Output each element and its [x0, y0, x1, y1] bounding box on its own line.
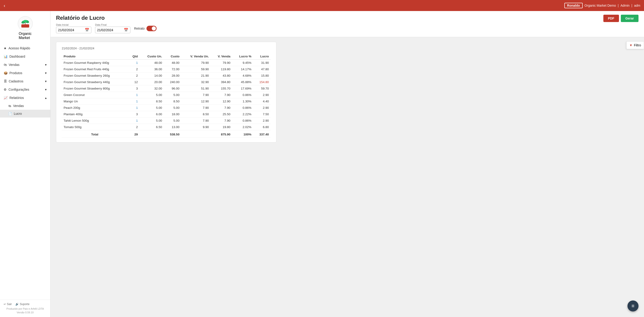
sidebar-item-configuracoes[interactable]: ⚙ Configurações ▾	[0, 86, 50, 94]
sidebar: OrganicMarket ★ Acesso Rápido 📊 Dashboar…	[0, 11, 50, 317]
logo-text: OrganicMarket	[18, 32, 32, 40]
cell-produto: Frozen Gourmet Strawberry 800g	[62, 86, 128, 92]
start-date-filter: Data Inicial 📅	[56, 24, 92, 33]
cell-v-venda-un: 7.90	[182, 118, 211, 124]
cell-v-venda: 7.90	[210, 105, 232, 111]
cell-custo: 18.00	[164, 111, 182, 118]
user-box[interactable]: Ronaldo	[564, 3, 583, 8]
sidebar-item-label: Cadastros	[9, 80, 24, 83]
menu-icon: ≡	[632, 303, 634, 309]
sidebar-sub-item-lucro[interactable]: 📄 Lucro	[0, 110, 50, 118]
cell-custo-un: 36.00	[140, 66, 164, 72]
report-card: 21/02/2024 - 21/02/2024 Produto Qtd Cust…	[56, 42, 276, 142]
suporte-button[interactable]: 🔊 Suporte	[16, 302, 30, 306]
cell-produto: Peach 200g	[62, 105, 128, 111]
chevron-down-icon: ▾	[45, 88, 46, 91]
sidebar-item-label: Dashboard	[10, 55, 25, 58]
cell-lucro-p: 0.86%	[232, 92, 253, 98]
table-row: Mango Un 1 8.50 8.50 12.90 12.90 1.30% 4…	[62, 98, 271, 105]
cell-custo-un: 8.50	[140, 98, 164, 105]
cell-v-venda: 12.90	[210, 98, 232, 105]
cell-produto: Frozen Gourmet Raspberry 440g	[62, 60, 128, 66]
cell-custo: 13.00	[164, 124, 182, 130]
filter-fab-button[interactable]: ▼ Filtro	[626, 41, 644, 49]
sidebar-item-label: Vendas	[9, 63, 20, 66]
cell-v-venda: 25.50	[210, 111, 232, 118]
cell-lucro: 2.90	[253, 92, 271, 98]
cell-v-venda: 7.90	[210, 92, 232, 98]
total-lucro-p: 100%	[232, 130, 253, 138]
col-custo-un: Custo Un.	[140, 53, 164, 60]
separator2: |	[631, 4, 632, 7]
bag-icon: 🛍	[4, 63, 7, 66]
username-label: adm	[634, 4, 640, 7]
cell-lucro: 4.40	[253, 98, 271, 105]
bottom-fab-button[interactable]: ≡	[628, 300, 638, 312]
footer-links: ↩ Sair 🔊 Suporte	[4, 302, 46, 306]
sidebar-item-acesso-rapido[interactable]: ★ Acesso Rápido	[0, 44, 50, 52]
chevron-up-icon: ▴	[45, 96, 46, 100]
cell-v-venda-un: 7.90	[182, 92, 211, 98]
cell-lucro: 31.90	[253, 60, 271, 66]
cell-produto: Tahiti Lemon 500g	[62, 118, 128, 124]
start-date-input[interactable]	[58, 28, 83, 32]
sidebar-item-produtos[interactable]: 📦 Produtos ▾	[0, 69, 50, 77]
sidebar-item-dashboard[interactable]: 📊 Dashboard	[0, 52, 50, 60]
calendar-icon-end[interactable]: 📅	[124, 28, 128, 32]
sidebar-item-vendas[interactable]: 🛍 Vendas ▾	[0, 60, 50, 69]
page-header: Relatório de Lucro Data Inicial 📅 Data F…	[50, 11, 644, 37]
cell-v-venda-un: 21.90	[182, 72, 211, 79]
retrato-label: Retrato	[134, 27, 145, 30]
sidebar-sub-item-vendas[interactable]: 🛍 Vendas	[0, 102, 50, 110]
cell-produto: Green Coconut	[62, 92, 128, 98]
table-row: Frozen Gourmet Strawberry 800g 3 32.00 9…	[62, 86, 271, 92]
sidebar-footer: ↩ Sair 🔊 Suporte Produzido por Paio e Ar…	[0, 300, 50, 317]
total-custo: 538.50	[164, 130, 182, 138]
retrato-toggle-group: Retrato	[134, 26, 156, 31]
cell-lucro: 47.80	[253, 66, 271, 72]
sidebar-toggle-button[interactable]: ‹	[4, 3, 5, 8]
sidebar-logo: OrganicMarket	[0, 11, 50, 42]
cell-produto: Tomato 500g	[62, 124, 128, 130]
cell-lucro-p: 0.86%	[232, 105, 253, 111]
cell-produto: Plantain 400g	[62, 111, 128, 118]
filter-icon: ▼	[629, 44, 632, 47]
cell-custo: 240.00	[164, 79, 182, 86]
chevron-down-icon: ▾	[45, 80, 46, 83]
retrato-toggle[interactable]	[146, 26, 156, 31]
gerar-button[interactable]: Gerar	[621, 15, 638, 22]
end-date-input[interactable]	[97, 28, 122, 32]
cell-v-venda: 394.80	[210, 79, 232, 86]
sidebar-item-relatorios[interactable]: 📈 Relatórios ▴	[0, 94, 50, 102]
cell-qtd: 2	[128, 124, 140, 130]
col-v-venda: V. Venda	[210, 53, 232, 60]
cell-produto: Frozen Gourmet Red Fruits 440g	[62, 66, 128, 72]
top-bar: ‹ Ronaldo Organic Market Demo | Admin | …	[0, 0, 644, 11]
sidebar-item-label: Relatórios	[10, 96, 24, 100]
cell-qtd: 1	[128, 92, 140, 98]
cell-lucro: 7.50	[253, 111, 271, 118]
svg-point-4	[24, 20, 27, 22]
cell-v-venda-un: 32.90	[182, 79, 211, 86]
cell-custo: 5.00	[164, 105, 182, 111]
cell-v-venda: 19.80	[210, 124, 232, 130]
cell-lucro-p: 45.88%	[232, 79, 253, 86]
end-date-input-wrap: 📅	[95, 27, 130, 33]
table-row: Tomato 500g 2 6.50 13.00 9.90 19.80 2.02…	[62, 124, 271, 130]
pdf-button[interactable]: PDF	[603, 15, 619, 22]
box-icon: 📦	[4, 71, 8, 75]
table-row: Frozen Gourmet Strawberry 260g 2 14.00 2…	[62, 72, 271, 79]
cell-lucro: 154.80	[253, 79, 271, 86]
sidebar-sub-label: Vendas	[13, 104, 24, 108]
cell-custo: 5.00	[164, 92, 182, 98]
sair-button[interactable]: ↩ Sair	[4, 302, 12, 306]
separator1: |	[618, 4, 619, 7]
calendar-icon-start[interactable]: 📅	[85, 28, 89, 32]
total-custo-un-empty	[140, 130, 164, 138]
col-lucro-p: Lucro %	[232, 53, 253, 60]
total-label: Total	[62, 130, 128, 138]
sidebar-item-cadastros[interactable]: 🗄 Cadastros ▾	[0, 77, 50, 86]
cell-qtd: 3	[128, 111, 140, 118]
app-name: Organic Market Demo	[584, 4, 616, 7]
report-table-body: Frozen Gourmet Raspberry 440g 1 48.00 48…	[62, 60, 271, 130]
